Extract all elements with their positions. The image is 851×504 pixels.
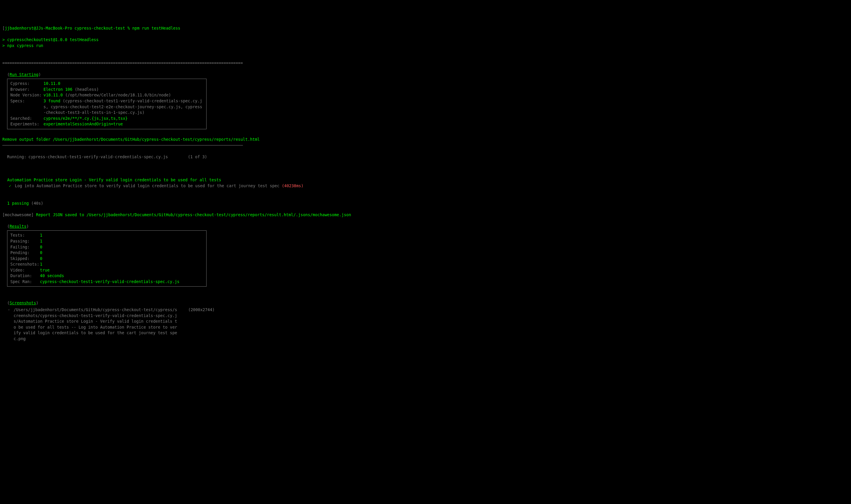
results-pending-row: Pending:0 <box>10 250 203 256</box>
env-info-box: Cypress:10.11.0Browser:Electron 106 (hea… <box>7 79 207 129</box>
results-skipped-row: Skipped:0 <box>10 256 203 262</box>
results-failing-label: Failing: <box>10 244 40 250</box>
prompt-sep: % <box>125 26 132 31</box>
prompt-path: cypress-checkout-test <box>74 26 125 31</box>
npm-line-2: > npx cypress run <box>2 43 43 48</box>
results-spec-row: Spec Ran:cypress-checkout-test1-verify-v… <box>10 279 203 285</box>
results-tests-row: Tests:1 <box>10 233 203 238</box>
env-experiments-label: Experiments: <box>10 121 43 127</box>
env-specs-row: Specs:3 found (cypress-checkout-test1-ve… <box>10 98 203 116</box>
results-skipped-label: Skipped: <box>10 256 40 262</box>
env-specs-count: 3 found <box>43 98 60 103</box>
env-browser-suffix: (headless) <box>72 87 99 92</box>
env-specs-list: (cypress-checkout-test1-verify-valid-cre… <box>43 98 202 115</box>
results-screenshots-label: Screenshots: <box>10 262 40 267</box>
results-screenshots-value: 1 <box>40 262 42 267</box>
screenshots-label: Screenshots <box>10 301 36 305</box>
env-cypress-row: Cypress:10.11.0 <box>10 81 203 87</box>
results-duration-label: Duration: <box>10 273 40 279</box>
results-failing-value: 0 <box>40 244 42 250</box>
prompt-lbracket: [ <box>2 26 5 31</box>
env-cypress-label: Cypress: <box>10 81 43 87</box>
test-time: (40238ms) <box>282 183 303 188</box>
env-browser-value: Electron 106 <box>43 87 72 92</box>
env-searched-label: Searched: <box>10 116 43 122</box>
screenshots-header: (Screenshots) <box>7 301 38 305</box>
env-browser-row: Browser:Electron 106 (headless) <box>10 87 203 93</box>
prompt-user-host: jjbadenhorst@JJs-MacBook-Pro <box>5 26 72 31</box>
env-experiments-value: experimentalSessionAndOrigin=true <box>43 121 203 127</box>
env-node-value: v18.11.0 <box>43 93 63 97</box>
remove-output-line: Remove output folder /Users/jjbadenhorst… <box>2 137 260 142</box>
npm-line-1: > cypresscheckouttest@1.0.0 testHeadless <box>2 37 99 42</box>
run-starting-header: (Run Starting) <box>7 72 41 77</box>
results-duration-value: 40 seconds <box>40 273 64 279</box>
running-count: (1 of 3) <box>188 154 207 160</box>
results-pending-value: 0 <box>40 250 42 256</box>
run-starting-label: Run Starting <box>10 72 38 77</box>
divider-line: ========================================… <box>2 61 243 65</box>
results-passing-row: Passing:1 <box>10 238 203 244</box>
results-spec-label: Spec Ran: <box>10 279 40 285</box>
results-tests-label: Tests: <box>10 233 40 238</box>
results-video-row: Video:true <box>10 267 203 273</box>
env-searched-row: Searched:cypress/e2e/**/*.cy.{js,jsx,ts,… <box>10 116 203 122</box>
results-screenshots-row: Screenshots:1 <box>10 262 203 267</box>
env-experiments-row: Experiments:experimentalSessionAndOrigin… <box>10 121 203 127</box>
results-video-value: true <box>40 267 50 273</box>
terminal-output[interactable]: [jjbadenhorst@JJs-MacBook-Pro cypress-ch… <box>2 25 849 347</box>
mochawesome-tag: mochawesome <box>5 212 31 217</box>
passing-time: (40s) <box>29 201 43 205</box>
passing-count: 1 passing <box>7 201 29 205</box>
env-node-row: Node Version:v18.11.0 (/opt/homebrew/Cel… <box>10 92 203 98</box>
running-label: Running: <box>7 154 29 160</box>
results-spec-value: cypress-checkout-test1-verify-valid-cred… <box>40 279 179 285</box>
screenshot-dimensions: (2000x2744) <box>179 307 214 342</box>
results-label: Results <box>10 224 26 229</box>
divider2-line: ────────────────────────────────────────… <box>2 143 243 148</box>
env-cypress-value: 10.11.0 <box>43 81 203 87</box>
mochawesome-text: Report JSON saved to /Users/jjbadenhorst… <box>34 212 351 217</box>
results-passing-value: 1 <box>40 238 42 244</box>
running-file: cypress-checkout-test1-verify-valid-cred… <box>29 154 188 160</box>
running-line: Running:cypress-checkout-test1-verify-va… <box>2 154 207 160</box>
results-header: (Results) <box>7 224 29 229</box>
env-browser-label: Browser: <box>10 87 43 93</box>
results-box: Tests:1Passing:1Failing:0Pending:0Skippe… <box>7 230 207 287</box>
results-tests-value: 1 <box>40 233 42 238</box>
test-result-line: ✓ Log into Automation Practice store to … <box>2 183 304 188</box>
prompt-line: [jjbadenhorst@JJs-MacBook-Pro cypress-ch… <box>2 26 180 31</box>
screenshot-entry: -/Users/jjbadenhorst/Documents/GitHub/cy… <box>2 307 849 342</box>
screenshot-path: /Users/jjbadenhorst/Documents/GitHub/cyp… <box>14 307 179 342</box>
results-video-label: Video: <box>10 267 40 273</box>
screenshot-dash: - <box>2 307 14 342</box>
test-name: Log into Automation Practice store to ve… <box>15 183 279 188</box>
prompt-command: npm run testHeadless <box>132 26 180 31</box>
env-node-label: Node Version: <box>10 92 43 98</box>
env-specs-label: Specs: <box>10 98 43 116</box>
results-failing-row: Failing:0 <box>10 244 203 250</box>
test-suite-name: Automation Practice store Login - Verify… <box>7 178 221 182</box>
results-pending-label: Pending: <box>10 250 40 256</box>
passing-summary: 1 passing (40s) <box>7 201 43 205</box>
results-skipped-value: 0 <box>40 256 42 262</box>
env-node-path: (/opt/homebrew/Cellar/node/18.11.0/bin/n… <box>63 93 171 97</box>
results-passing-label: Passing: <box>10 238 40 244</box>
check-icon: ✓ <box>9 183 13 188</box>
mochawesome-line: [mochawesome] Report JSON saved to /User… <box>2 212 351 217</box>
env-searched-value: cypress/e2e/**/*.cy.{js,jsx,ts,tsx} <box>43 116 203 122</box>
results-duration-row: Duration:40 seconds <box>10 273 203 279</box>
